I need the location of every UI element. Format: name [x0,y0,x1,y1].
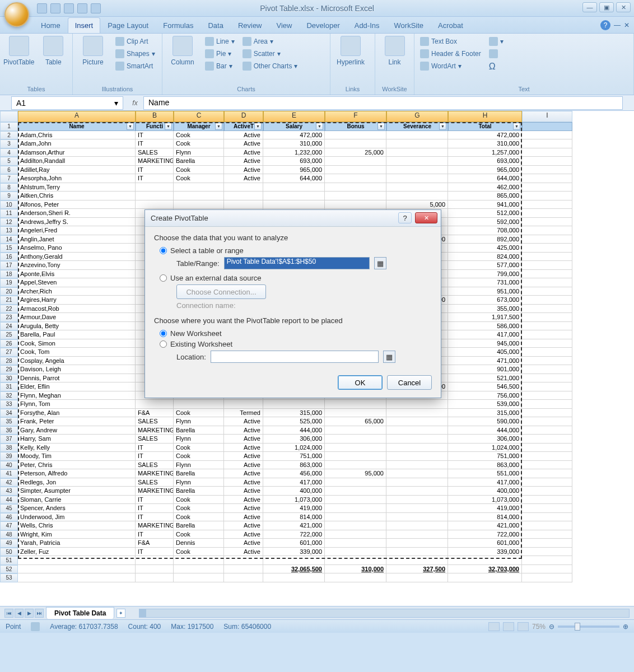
table-header-severance[interactable]: Severance▼ [386,122,448,131]
ok-button[interactable]: OK [338,375,383,390]
insert-worksheet-icon[interactable]: ✦ [116,609,125,618]
cell[interactable] [325,556,386,565]
cell[interactable]: Gary, Andrew [18,426,136,435]
cell[interactable] [522,192,572,200]
cell[interactable] [325,487,386,496]
cell[interactable]: 1,024,000 [448,444,522,452]
cell[interactable] [224,573,263,582]
filter-button[interactable]: ▼ [254,123,262,130]
cell[interactable] [263,573,325,582]
cell[interactable]: 421,000 [448,521,522,530]
cell[interactable] [224,565,263,574]
ribbon-tab-page-layout[interactable]: Page Layout [100,17,156,33]
cell[interactable] [325,461,386,470]
cell[interactable] [325,548,386,557]
cell[interactable]: 951,000 [448,287,522,296]
column-header-F[interactable]: F [325,111,386,122]
cell[interactable]: 586,000 [448,322,522,331]
cell[interactable]: 400,000 [448,487,522,496]
cell[interactable] [522,122,572,131]
cell[interactable] [136,400,174,409]
cell[interactable]: Elder, Eflin [18,382,136,391]
cell[interactable] [386,174,448,183]
cell[interactable]: Adam,Chris [18,131,136,140]
pie-chart-button[interactable]: Pie▾ [203,48,237,59]
cell[interactable]: Barella [174,426,224,435]
cell[interactable] [174,565,224,574]
cell[interactable]: 722,000 [263,530,325,539]
cell[interactable]: 824,000 [448,253,522,262]
cell[interactable]: 521,000 [448,374,522,383]
cell[interactable]: 1,073,000 [263,496,325,505]
cell[interactable]: Active [224,478,263,487]
cell[interactable]: 901,000 [448,365,522,374]
cell[interactable] [136,192,174,200]
cell[interactable] [448,573,522,582]
object-button[interactable] [487,48,506,59]
macro-record-icon[interactable] [31,622,40,631]
cell[interactable] [386,409,448,418]
zoom-out-icon[interactable]: ⊖ [549,623,554,631]
table-header-salary[interactable]: Salary▼ [263,122,325,131]
column-header-B[interactable]: B [136,111,174,122]
cell[interactable]: 472,000 [448,131,522,140]
cell[interactable]: 644,000 [263,174,325,183]
row-header[interactable]: 49 [0,539,18,548]
cell[interactable]: 419,000 [448,504,522,513]
area-chart-button[interactable]: Area▾ [240,36,300,47]
row-header[interactable]: 22 [0,305,18,314]
row-header[interactable]: 13 [0,226,18,235]
ribbon-tab-view[interactable]: View [269,17,300,33]
cell[interactable] [522,548,572,557]
cell[interactable] [325,157,386,166]
sheet-nav-next-icon[interactable]: ▶ [25,609,34,618]
cell[interactable]: MARKETING [136,157,174,166]
row-header[interactable]: 6 [0,166,18,175]
row-header[interactable]: 20 [0,287,18,296]
scatter-chart-button[interactable]: Scatter▾ [240,48,300,59]
cell[interactable]: Zeller, Fuz [18,548,136,557]
cell[interactable]: Cook [174,139,224,148]
cell[interactable]: Active [224,444,263,452]
cell[interactable] [386,452,448,461]
cell[interactable]: Armacost,Rob [18,305,136,314]
line-chart-button[interactable]: Line▾ [203,36,237,47]
cell[interactable] [522,365,572,374]
existing-worksheet-radio[interactable] [160,340,167,348]
filter-button[interactable]: ▼ [165,123,172,130]
cell[interactable]: Cook [174,444,224,452]
cell[interactable]: 1,024,000 [263,444,325,452]
column-header-C[interactable]: C [174,111,224,122]
cell[interactable]: 95,000 [325,469,386,478]
cell[interactable]: Cosplay, Angela [18,357,136,366]
cell[interactable]: Simpter, Asumpter [18,487,136,496]
table-header-total[interactable]: Total▼ [448,122,522,131]
cell[interactable]: IT [136,444,174,452]
cell[interactable]: 756,000 [448,391,522,400]
qat-more-icon[interactable] [91,3,101,13]
cell[interactable]: Flynn [174,435,224,444]
cell[interactable]: Flynn [174,417,224,426]
cell[interactable]: 327,500 [386,565,448,574]
filter-button[interactable]: ▼ [513,123,520,130]
ribbon-tab-insert[interactable]: Insert [68,17,101,33]
cell[interactable]: Cook [174,131,224,140]
ribbon-minimize-icon[interactable]: — [614,21,621,29]
cell[interactable]: IT [136,452,174,461]
row-header[interactable]: 37 [0,435,18,444]
cell[interactable]: 592,000 [448,218,522,227]
cell[interactable] [263,183,325,192]
column-header-G[interactable]: G [386,111,448,122]
row-header[interactable]: 15 [0,244,18,253]
cell[interactable] [386,461,448,470]
cell[interactable] [386,444,448,452]
cell[interactable] [522,504,572,513]
cell[interactable] [522,261,572,270]
cell[interactable] [325,539,386,548]
cell[interactable]: 731,000 [448,278,522,287]
cell[interactable]: Aitken,Chris [18,192,136,200]
cell[interactable] [325,435,386,444]
cell[interactable]: Active [224,461,263,470]
cell[interactable]: IT [136,139,174,148]
bar-chart-button[interactable]: Bar▾ [203,60,237,72]
